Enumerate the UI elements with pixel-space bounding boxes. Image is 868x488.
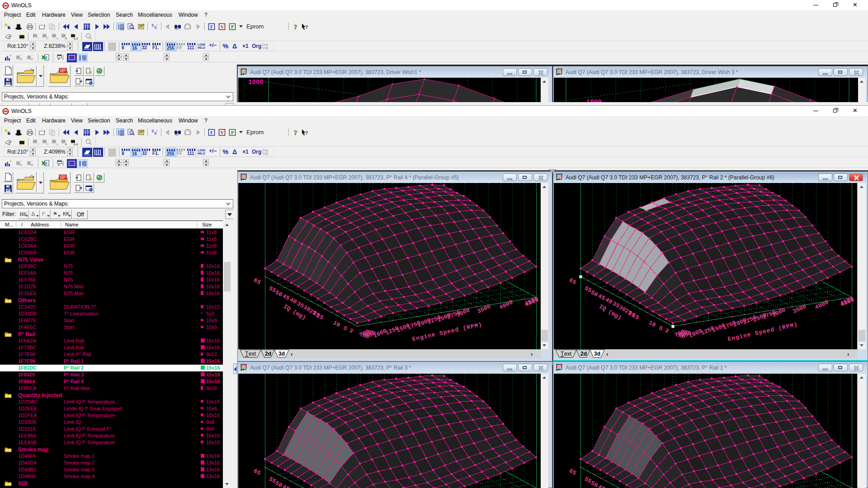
svg-text:?: ? [294, 129, 297, 136]
svg-text:T: T [245, 351, 249, 357]
svg-text:IOI: IOI [242, 175, 247, 178]
svg-text:V: V [221, 24, 224, 29]
svg-text:P: P [231, 130, 234, 135]
svg-text:IOI: IOI [557, 365, 563, 368]
svg-text:?x: ?x [55, 143, 59, 146]
svg-text:ext: ext [249, 351, 256, 357]
svg-text:3d: 3d [278, 351, 285, 357]
svg-text:P: P [231, 24, 234, 29]
svg-text:#-#: #-# [74, 37, 78, 40]
svg-text:IOI: IOI [242, 365, 247, 368]
svg-text:IOI: IOI [557, 70, 563, 73]
svg-text:2d: 2d [265, 351, 271, 357]
svg-text:IOI: IOI [557, 175, 563, 178]
svg-text:IOI: IOI [242, 70, 247, 73]
svg-text:#-#: #-# [74, 143, 78, 146]
svg-text:?: ? [305, 23, 308, 30]
svg-text:F: F [45, 56, 48, 60]
svg-text:?: ? [305, 129, 308, 136]
svg-text:F: F [210, 24, 213, 29]
svg-text:?: ? [294, 23, 297, 30]
svg-text:F: F [45, 161, 48, 166]
svg-text:=: = [37, 37, 39, 40]
svg-text:2d: 2d [580, 351, 587, 357]
svg-text:F: F [210, 130, 213, 135]
svg-text:1000: 1000 [248, 79, 264, 86]
svg-text:=: = [37, 142, 39, 145]
svg-text:ext: ext [564, 351, 572, 357]
svg-text:V: V [221, 130, 224, 135]
svg-text:T: T [561, 351, 564, 357]
svg-text:?x: ?x [55, 37, 59, 40]
svg-text:3d: 3d [594, 351, 600, 357]
